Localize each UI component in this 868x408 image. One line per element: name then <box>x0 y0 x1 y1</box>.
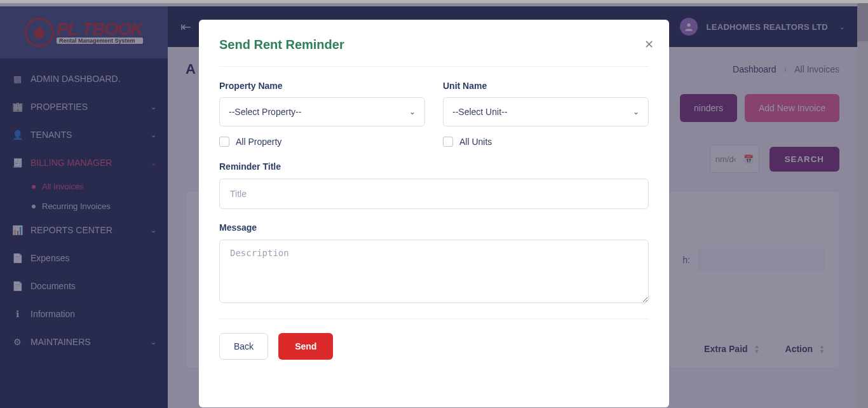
all-units-label: All Units <box>459 137 492 147</box>
message-textarea[interactable] <box>219 240 649 303</box>
send-rent-reminder-modal: Send Rent Reminder ✕ Property Name --Sel… <box>199 20 669 407</box>
modal-close-button[interactable]: ✕ <box>644 37 654 51</box>
divider <box>219 318 649 319</box>
property-select[interactable]: --Select Property-- ⌄ <box>219 97 425 126</box>
close-icon: ✕ <box>644 38 654 51</box>
modal-title: Send Rent Reminder <box>219 37 649 52</box>
modal-overlay[interactable]: Send Rent Reminder ✕ Property Name --Sel… <box>0 3 868 408</box>
reminder-title-input[interactable] <box>219 179 649 209</box>
all-units-checkbox[interactable] <box>443 137 453 147</box>
unit-name-label: Unit Name <box>443 81 649 91</box>
unit-select[interactable]: --Select Unit-- ⌄ <box>443 97 649 126</box>
chevron-down-icon: ⌄ <box>409 107 416 116</box>
all-property-label: All Property <box>236 137 281 147</box>
unit-select-value: --Select Unit-- <box>452 107 507 117</box>
chevron-down-icon: ⌄ <box>633 107 639 116</box>
back-button[interactable]: Back <box>219 333 268 360</box>
property-select-value: --Select Property-- <box>229 107 301 117</box>
reminder-title-label: Reminder Title <box>219 161 281 172</box>
all-property-checkbox[interactable] <box>219 137 229 147</box>
message-label: Message <box>219 222 257 233</box>
send-button[interactable]: Send <box>278 333 333 360</box>
divider <box>219 66 649 67</box>
property-name-label: Property Name <box>219 81 425 91</box>
